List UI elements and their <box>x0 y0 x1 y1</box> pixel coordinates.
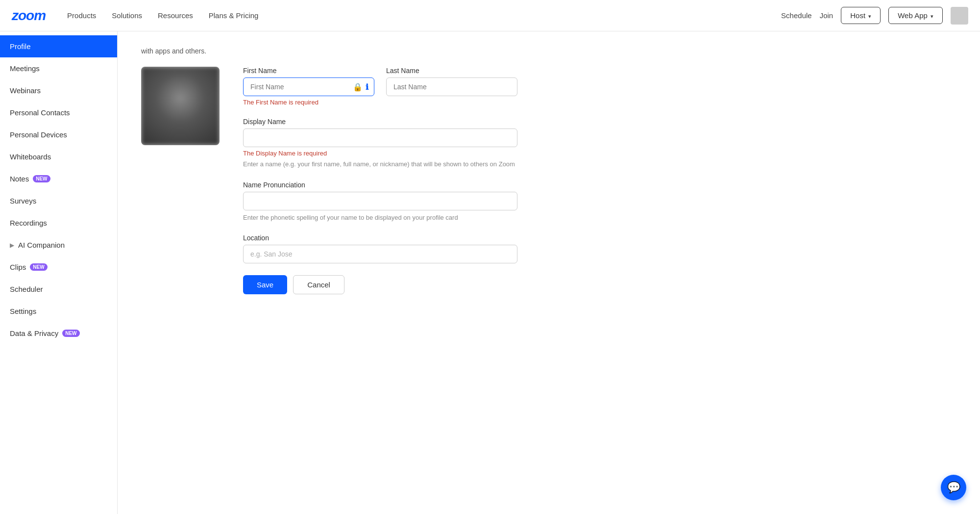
nav-resources[interactable]: Resources <box>152 7 199 24</box>
data-privacy-badge: NEW <box>62 330 79 337</box>
nav-schedule[interactable]: Schedule <box>781 11 812 20</box>
host-button[interactable]: Host ▾ <box>841 7 881 24</box>
name-pronunciation-hint: Enter the phonetic spelling of your name… <box>243 213 517 223</box>
sidebar-item-surveys[interactable]: Surveys <box>0 190 117 212</box>
top-nav: zoom Products Solutions Resources Plans … <box>0 0 980 31</box>
lock-icon: 🔒 <box>353 82 363 92</box>
sidebar-label-ai-companion: AI Companion <box>18 241 65 249</box>
sidebar-item-recordings[interactable]: Recordings <box>0 212 117 234</box>
intro-text: with apps and others. <box>141 47 956 55</box>
first-name-group: First Name 🔒 ℹ The First Name is require… <box>243 67 374 106</box>
webapp-button[interactable]: Web App ▾ <box>888 7 943 24</box>
sidebar-label-personal-contacts: Personal Contacts <box>10 108 70 117</box>
nav-right: Schedule Join Host ▾ Web App ▾ <box>781 7 968 25</box>
display-name-group: Display Name The Display Name is require… <box>243 118 517 169</box>
name-pronunciation-label: Name Pronunciation <box>243 181 517 189</box>
sidebar-item-personal-contacts[interactable]: Personal Contacts <box>0 102 117 124</box>
name-pronunciation-group: Name Pronunciation Enter the phonetic sp… <box>243 181 517 223</box>
sidebar: Profile Meetings Webinars Personal Conta… <box>0 31 118 514</box>
sidebar-item-data-privacy[interactable]: Data & Privacy NEW <box>0 322 117 344</box>
logo[interactable]: zoom <box>12 8 46 24</box>
profile-section: First Name 🔒 ℹ The First Name is require… <box>141 67 956 294</box>
sidebar-label-personal-devices: Personal Devices <box>10 130 67 139</box>
first-name-label: First Name <box>243 67 374 75</box>
sidebar-item-meetings[interactable]: Meetings <box>0 57 117 79</box>
sidebar-item-webinars[interactable]: Webinars <box>0 79 117 102</box>
sidebar-label-scheduler: Scheduler <box>10 285 43 293</box>
sidebar-label-whiteboards: Whiteboards <box>10 153 51 161</box>
sidebar-item-whiteboards[interactable]: Whiteboards <box>0 146 117 168</box>
name-pronunciation-input[interactable] <box>243 192 517 210</box>
sidebar-item-settings[interactable]: Settings <box>0 300 117 322</box>
sidebar-label-notes: Notes <box>10 175 29 183</box>
sidebar-label-clips: Clips <box>10 263 26 271</box>
last-name-group: Last Name <box>386 67 517 106</box>
webapp-chevron-icon: ▾ <box>931 13 933 19</box>
nav-plans[interactable]: Plans & Pricing <box>203 7 265 24</box>
sidebar-label-recordings: Recordings <box>10 219 47 227</box>
cancel-button[interactable]: Cancel <box>293 275 344 294</box>
save-button[interactable]: Save <box>243 275 287 294</box>
sidebar-item-profile[interactable]: Profile <box>0 35 117 57</box>
host-chevron-icon: ▾ <box>868 13 871 19</box>
sidebar-label-profile: Profile <box>10 42 31 51</box>
sidebar-label-meetings: Meetings <box>10 64 40 73</box>
nav-solutions[interactable]: Solutions <box>106 7 148 24</box>
ai-companion-chevron-icon: ▶ <box>10 242 14 249</box>
main-content: with apps and others. First Name 🔒 <box>118 31 980 514</box>
sidebar-label-settings: Settings <box>10 307 36 315</box>
first-name-icons: 🔒 ℹ <box>353 82 368 92</box>
first-name-error: The First Name is required <box>243 99 374 106</box>
sidebar-item-ai-companion[interactable]: ▶ AI Companion <box>0 234 117 256</box>
notes-badge: NEW <box>33 175 50 182</box>
sidebar-item-personal-devices[interactable]: Personal Devices <box>0 124 117 146</box>
location-input[interactable] <box>243 245 517 263</box>
page-body: Profile Meetings Webinars Personal Conta… <box>0 31 980 514</box>
last-name-label: Last Name <box>386 67 517 75</box>
nav-join[interactable]: Join <box>820 11 833 20</box>
location-label: Location <box>243 234 517 242</box>
avatar[interactable] <box>951 7 968 25</box>
sidebar-item-clips[interactable]: Clips NEW <box>0 256 117 278</box>
last-name-input[interactable] <box>386 77 517 96</box>
clips-badge: NEW <box>30 263 47 271</box>
chat-bubble-icon: 💬 <box>947 481 960 494</box>
display-name-hint: Enter a name (e.g. your first name, full… <box>243 159 517 169</box>
display-name-label: Display Name <box>243 118 517 126</box>
nav-links: Products Solutions Resources Plans & Pri… <box>61 7 781 24</box>
sidebar-item-scheduler[interactable]: Scheduler <box>0 278 117 300</box>
chat-bubble-button[interactable]: 💬 <box>941 475 966 500</box>
display-name-input[interactable] <box>243 128 517 147</box>
sidebar-item-notes[interactable]: Notes NEW <box>0 168 117 190</box>
sidebar-label-webinars: Webinars <box>10 86 41 95</box>
form-buttons: Save Cancel <box>243 275 517 294</box>
location-group: Location <box>243 234 517 263</box>
sidebar-label-surveys: Surveys <box>10 197 36 205</box>
display-name-error: The Display Name is required <box>243 150 517 157</box>
nav-products[interactable]: Products <box>61 7 102 24</box>
info-icon: ℹ <box>366 82 368 92</box>
profile-avatar[interactable] <box>141 67 220 145</box>
first-name-wrapper: 🔒 ℹ <box>243 77 374 96</box>
name-row: First Name 🔒 ℹ The First Name is require… <box>243 67 517 118</box>
avatar-image <box>141 67 220 145</box>
sidebar-label-data-privacy: Data & Privacy <box>10 329 58 337</box>
profile-form: First Name 🔒 ℹ The First Name is require… <box>243 67 517 294</box>
